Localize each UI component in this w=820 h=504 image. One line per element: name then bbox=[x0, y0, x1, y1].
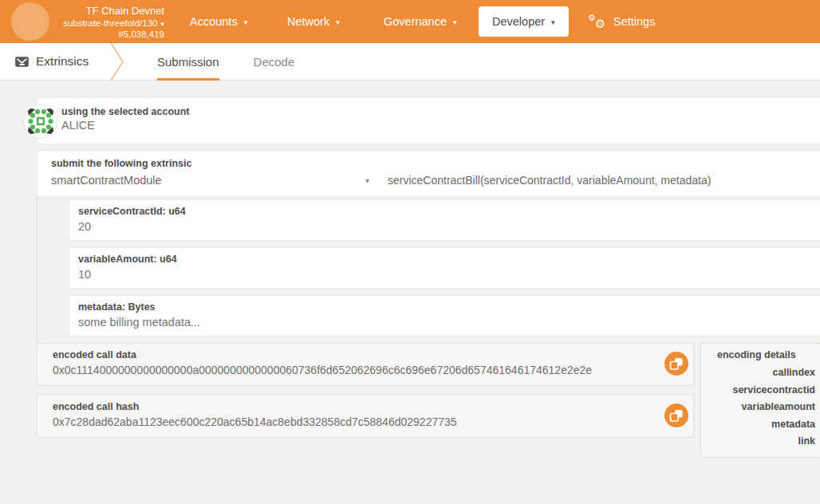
caret-down-icon: ▾ bbox=[336, 19, 340, 26]
encoded-call-hash-box: encoded call hash 0x7c28dad62aba1123eec6… bbox=[37, 394, 694, 438]
extrinsic-section: submit the following extrinsic smartCont… bbox=[37, 150, 820, 197]
param-servicecontractid: serviceContractId: u64 20 bbox=[69, 199, 820, 241]
tab-decode[interactable]: Decode bbox=[254, 43, 295, 81]
encoded-call-data-box: encoded call data 0x0c111400000000000000… bbox=[37, 343, 694, 386]
params-group: serviceContractId: u64 20 variableAmount… bbox=[37, 197, 820, 343]
param-input[interactable]: 10 bbox=[78, 267, 820, 282]
account-label: using the selected account bbox=[61, 105, 820, 118]
caret-down-icon[interactable]: ▾ bbox=[365, 176, 369, 185]
encoded-call-data-value: 0x0c1114000000000000000a0000000000000060… bbox=[53, 363, 693, 378]
chain-block-number: #5,038,419 bbox=[118, 29, 164, 40]
account-identicon[interactable] bbox=[23, 104, 58, 139]
chain-name: TF Chain Devnet bbox=[86, 4, 164, 18]
encoding-details-items: callindex servicecontractid variableamou… bbox=[701, 364, 820, 451]
copy-icon bbox=[664, 352, 688, 376]
caret-down-icon: ▾ bbox=[453, 19, 457, 26]
chain-selector[interactable]: TF Chain Devnet substrate-threefold/130 … bbox=[53, 4, 164, 40]
nav-developer[interactable]: Developer ▾ bbox=[479, 6, 569, 37]
top-navbar: TF Chain Devnet substrate-threefold/130 … bbox=[0, 0, 820, 43]
nav-network[interactable]: Network ▾ bbox=[287, 0, 340, 43]
nav-accounts[interactable]: Accounts ▾ bbox=[190, 0, 247, 43]
encoding-detail-variableamount[interactable]: variableamount bbox=[701, 399, 820, 416]
param-label: variableAmount: u64 bbox=[78, 253, 820, 266]
encoding-details-box: encoding details callindex servicecontra… bbox=[700, 343, 820, 458]
encoding-detail-metadata[interactable]: metadata bbox=[701, 416, 820, 434]
app-root: TF Chain Devnet substrate-threefold/130 … bbox=[0, 0, 820, 504]
method-select[interactable]: serviceContractBill(serviceContractId, v… bbox=[388, 174, 711, 187]
module-select[interactable]: smartContractModule bbox=[51, 174, 162, 187]
encoded-call-hash-label: encoded call hash bbox=[53, 400, 693, 413]
param-variableamount: variableAmount: u64 10 bbox=[69, 247, 820, 289]
caret-down-icon: ▾ bbox=[160, 21, 164, 28]
chain-logo[interactable] bbox=[11, 2, 49, 41]
tab-bar: Extrinsics Submission Decode bbox=[0, 43, 820, 81]
section-title: Extrinsics bbox=[36, 43, 89, 80]
tab-submission[interactable]: Submission bbox=[157, 43, 219, 81]
encoded-call-data-label: encoded call data bbox=[53, 348, 693, 361]
copy-call-hash-button[interactable] bbox=[664, 404, 688, 427]
copy-call-data-button[interactable] bbox=[664, 352, 688, 376]
gears-icon: ⚙ ⚙ bbox=[588, 13, 607, 30]
param-input[interactable]: some billing metadata... bbox=[78, 315, 820, 330]
encoding-detail-link[interactable]: link bbox=[701, 433, 820, 451]
extrinsic-label: submit the following extrinsic bbox=[51, 157, 820, 170]
caret-down-icon: ▾ bbox=[244, 19, 248, 26]
param-label: serviceContractId: u64 bbox=[78, 205, 820, 218]
param-label: metadata: Bytes bbox=[78, 301, 820, 313]
param-metadata: metadata: Bytes some billing metadata... bbox=[69, 295, 820, 337]
chain-endpoint[interactable]: substrate-threefold/130 ▾ bbox=[63, 18, 164, 29]
encoded-call-hash-value: 0x7c28dad62aba1123eec600c220ac65b14ac8eb… bbox=[53, 415, 693, 430]
nav-settings[interactable]: ⚙ ⚙ Settings bbox=[588, 0, 655, 43]
encoding-detail-servicecontractid[interactable]: servicecontractid bbox=[701, 382, 820, 400]
account-value: ALICE bbox=[61, 118, 820, 133]
breadcrumb-chevron-icon bbox=[109, 43, 128, 81]
account-select[interactable]: using the selected account ALICE bbox=[37, 97, 820, 144]
encoding-details-title: encoding details bbox=[701, 348, 820, 361]
copy-icon bbox=[664, 404, 688, 427]
extrinsics-envelope-icon bbox=[14, 54, 30, 69]
encoding-detail-callindex[interactable]: callindex bbox=[701, 364, 820, 382]
caret-down-icon: ▾ bbox=[551, 19, 555, 26]
nav-governance[interactable]: Governance ▾ bbox=[384, 0, 457, 43]
param-input[interactable]: 20 bbox=[78, 219, 820, 234]
tabs: Submission Decode bbox=[157, 43, 294, 81]
